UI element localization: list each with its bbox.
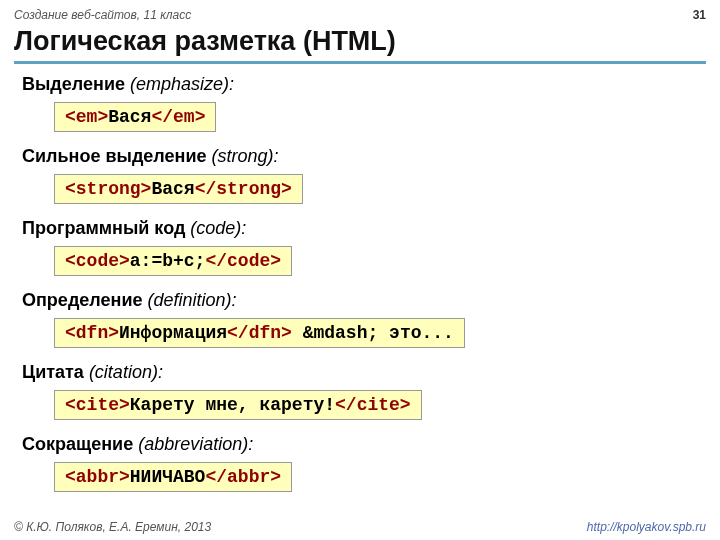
slide-title: Логическая разметка (HTML) bbox=[14, 26, 706, 64]
section-strong-bold: Сильное выделение bbox=[22, 146, 206, 166]
section-strong-label: Сильное выделение (strong): bbox=[22, 146, 706, 167]
slide-footer: © К.Ю. Поляков, Е.А. Еремин, 2013 http:/… bbox=[14, 520, 706, 534]
section-dfn-bold: Определение bbox=[22, 290, 142, 310]
section-code-bold: Программный код bbox=[22, 218, 185, 238]
copyright: © К.Ю. Поляков, Е.А. Еремин, 2013 bbox=[14, 520, 211, 534]
tag-open: <dfn> bbox=[65, 323, 119, 343]
code-code: <code>a:=b+c;</code> bbox=[54, 246, 292, 276]
tag-close: </dfn> bbox=[227, 323, 292, 343]
code-em: <em>Вася</em> bbox=[54, 102, 216, 132]
tag-content: a:=b+c; bbox=[130, 251, 206, 271]
tag-content: Информация bbox=[119, 323, 227, 343]
tag-open: <code> bbox=[65, 251, 130, 271]
course-name: Создание веб-сайтов, 11 класс bbox=[14, 8, 191, 22]
section-abbr-label: Сокращение (abbreviation): bbox=[22, 434, 706, 455]
section-cite-hint: (citation): bbox=[84, 362, 163, 382]
section-strong-hint: (strong): bbox=[206, 146, 278, 166]
code-dfn: <dfn>Информация</dfn> &mdash; это... bbox=[54, 318, 465, 348]
code-cite: <cite>Карету мне, карету!</cite> bbox=[54, 390, 422, 420]
section-cite-label: Цитата (citation): bbox=[22, 362, 706, 383]
tag-content: НИИЧАВО bbox=[130, 467, 206, 487]
section-dfn-label: Определение (definition): bbox=[22, 290, 706, 311]
section-dfn-hint: (definition): bbox=[142, 290, 236, 310]
tag-close: </strong> bbox=[195, 179, 292, 199]
tag-close: </cite> bbox=[335, 395, 411, 415]
section-abbr-bold: Сокращение bbox=[22, 434, 133, 454]
tag-content: Карету мне, карету! bbox=[130, 395, 335, 415]
tag-open: <abbr> bbox=[65, 467, 130, 487]
section-code-hint: (code): bbox=[185, 218, 246, 238]
section-em-label: Выделение (emphasize): bbox=[22, 74, 706, 95]
section-cite-bold: Цитата bbox=[22, 362, 84, 382]
code-strong: <strong>Вася</strong> bbox=[54, 174, 303, 204]
code-abbr: <abbr>НИИЧАВО</abbr> bbox=[54, 462, 292, 492]
tag-close: </em> bbox=[151, 107, 205, 127]
tag-content: Вася bbox=[108, 107, 151, 127]
tag-content: Вася bbox=[151, 179, 194, 199]
tag-close: </abbr> bbox=[205, 467, 281, 487]
section-em-bold: Выделение bbox=[22, 74, 125, 94]
footer-link[interactable]: http://kpolyakov.spb.ru bbox=[587, 520, 706, 534]
section-abbr-hint: (abbreviation): bbox=[133, 434, 253, 454]
tag-after: &mdash; это... bbox=[292, 323, 454, 343]
section-code-label: Программный код (code): bbox=[22, 218, 706, 239]
tag-open: <em> bbox=[65, 107, 108, 127]
slide-header: Создание веб-сайтов, 11 класс 31 bbox=[14, 8, 706, 22]
tag-open: <strong> bbox=[65, 179, 151, 199]
tag-open: <cite> bbox=[65, 395, 130, 415]
tag-close: </code> bbox=[205, 251, 281, 271]
section-em-hint: (emphasize): bbox=[125, 74, 234, 94]
page-number: 31 bbox=[693, 8, 706, 22]
